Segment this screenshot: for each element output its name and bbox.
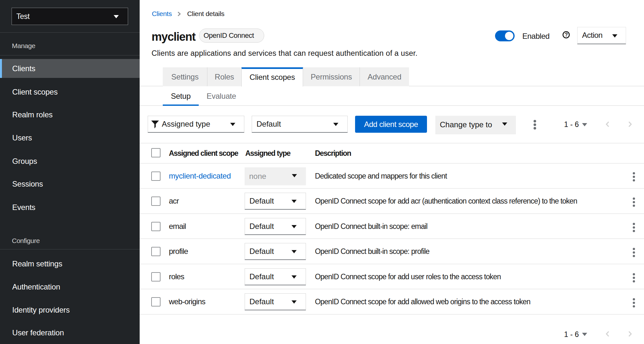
svg-text:?: ? xyxy=(565,32,568,38)
